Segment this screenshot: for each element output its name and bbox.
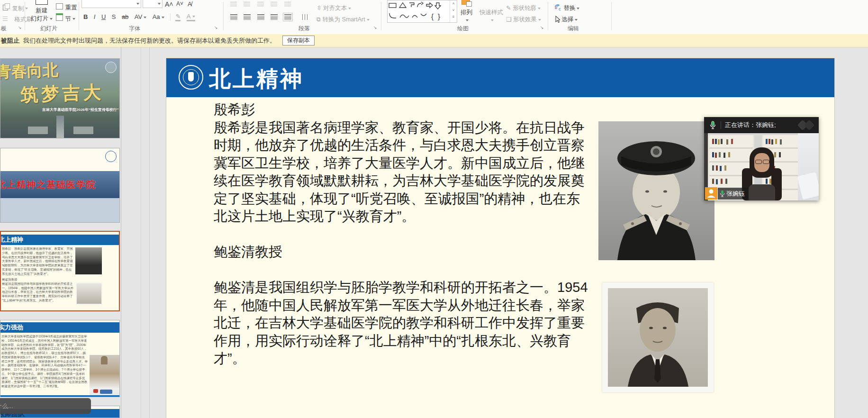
cursor-icon (554, 16, 560, 23)
chevron-down-icon (575, 19, 578, 21)
bold-button[interactable]: B (83, 13, 88, 20)
thumb3-header: 北上精神 (1, 236, 23, 243)
portrait-military (598, 121, 714, 260)
slide-thumbnail-2[interactable]: 北上精神之基础医学院 (0, 148, 120, 223)
jlu-logo-icon (105, 62, 117, 73)
font-group-label: 字体 (129, 25, 140, 33)
format-painter-icon (3, 17, 8, 21)
portrait-suit (608, 288, 708, 387)
chevron-down-icon (25, 8, 28, 9)
save-copy-button[interactable]: 保存副本 (282, 36, 315, 45)
thumb-photo-yin (75, 247, 102, 274)
new-slide-button[interactable]: 新建 幻灯片 (29, 0, 54, 23)
powerpoint-window: 复制 格式刷 板 ↘ 新建 幻灯片 重置 节 幻灯片 A˄ A˅ A̸ (0, 0, 868, 418)
slides-group-label: 幻灯片 (40, 25, 57, 33)
underline-button[interactable]: U (101, 13, 106, 20)
slide-thumbnail-1[interactable]: 青春向北 筑梦吉大 吉林大学基础医学院2026年“招生宣传母校行” (0, 58, 120, 138)
cover-title-line1: 青春向北 (0, 60, 59, 83)
section-icon (56, 15, 63, 21)
numbering-icon[interactable] (244, 2, 250, 7)
banner-prefix: 被阻止 (1, 36, 19, 45)
chevron-down-icon (466, 19, 469, 21)
slide-text-box[interactable]: 殷希彭 殷希彭是我国著名病理学家、教育家、开国少将。在抗日战争时期，他放弃了优越… (214, 101, 590, 368)
meeting-header: 正在讲话：张婉钰; (704, 117, 819, 133)
align-text-button[interactable]: ⇳ 对齐文本 (316, 4, 351, 12)
shapes-gallery[interactable]: { } ˄˅≡ (387, 0, 457, 23)
chevron-down-icon (192, 16, 195, 18)
slide-thumbnail-3-selected[interactable]: 北上精神 殷希彭 殷希彭是我国著名病理学家、教育家、开国少将。在抗日战争时期，他… (0, 231, 120, 311)
upload-blocked-banner: 被阻止 我们在处理此文件时出现问题，无法保存任何新的更改。请保存副本以避免丢失所… (0, 34, 868, 47)
thumb-photo-bao (76, 282, 102, 305)
decrease-indent-icon[interactable] (257, 2, 264, 7)
text-shadow-button[interactable]: S (112, 13, 116, 20)
align-right-button[interactable] (257, 14, 264, 20)
reset-button[interactable]: 重置 (56, 3, 77, 12)
align-left-button[interactable] (230, 14, 237, 20)
columns-button[interactable] (302, 14, 309, 20)
format-painter-button[interactable]: 格式刷 (3, 15, 32, 24)
increase-indent-icon[interactable] (271, 2, 277, 7)
chevron-down-icon (348, 8, 351, 9)
chevron-down-icon (158, 3, 161, 5)
highlight-color-button[interactable]: ✎ (175, 13, 181, 21)
shapes-icons: { } (388, 0, 448, 21)
quick-styles-button[interactable]: 快速样式 (479, 9, 503, 23)
distribute-button[interactable] (284, 14, 291, 20)
svg-text:b: b (555, 5, 557, 10)
jlu-logo-icon (105, 151, 117, 162)
arrange-button[interactable]: 排列 (461, 9, 472, 23)
ribbon: 复制 格式刷 板 ↘ 新建 幻灯片 重置 节 幻灯片 A˄ A˅ A̸ (0, 0, 868, 35)
tooltip: 什么... (0, 398, 91, 414)
clipboard-dialog-launcher[interactable]: ↘ (18, 25, 23, 30)
chevron-down-icon (162, 17, 164, 18)
shapes-gallery-scroll[interactable]: ˄˅≡ (450, 0, 457, 22)
meeting-overlay-window[interactable]: 正在讲话：张婉钰; (704, 117, 819, 200)
pane-splitter[interactable] (121, 47, 121, 418)
drawing-group-label: 绘图 (457, 25, 469, 33)
strikethrough-button[interactable]: ab (122, 13, 128, 20)
font-name-combo[interactable] (81, 0, 141, 8)
webcam-video[interactable]: 张婉钰 (704, 133, 819, 200)
thumb4-header: 实力强劲 (0, 324, 23, 331)
person2-name: 鲍鉴清教授 (214, 243, 590, 261)
select-button[interactable]: 选择 (554, 16, 578, 24)
line-spacing-icon[interactable] (284, 2, 291, 7)
character-spacing-button[interactable]: AV (135, 13, 146, 20)
shape-effects-button[interactable]: ❑ 形状效果 (506, 16, 541, 24)
svg-text:{: { (431, 12, 434, 20)
change-case-button[interactable]: Aa (153, 13, 164, 20)
font-size-combo[interactable] (143, 0, 163, 8)
shape-outline-button[interactable]: ✎ 形状轮廓 (506, 4, 541, 12)
convert-smartart-button[interactable]: ⧉ 转换为 SmartArt (316, 16, 370, 24)
section-button[interactable]: 节 (56, 14, 75, 23)
chevron-down-icon (367, 19, 370, 21)
clipboard-group-label: 板 (1, 25, 7, 33)
paragraph-dialog-launcher[interactable]: ↘ (373, 25, 379, 30)
font-dialog-launcher[interactable]: ↘ (214, 25, 219, 30)
drawing-dialog-launcher[interactable]: ↘ (540, 25, 545, 30)
speaking-status: 正在讲话：张婉钰; (725, 121, 776, 129)
bullets-icon[interactable] (230, 2, 237, 7)
clear-formatting-button[interactable]: A̸ (188, 0, 192, 8)
grow-font-button[interactable]: A˄ (165, 0, 173, 8)
chevron-down-icon (136, 3, 139, 5)
person1-bio: 殷希彭是我国著名病理学家、教育家、开国少将。在抗日战争时期，他放弃了优越的生活条… (214, 119, 590, 226)
italic-button[interactable]: I (94, 13, 96, 20)
participant-name-tag: 张婉钰 (718, 188, 748, 200)
slide-thumbnail-4[interactable]: 实力强劲 吉林大学基础医学院起源于1939年9月成立的晋察冀军区卫生学校，195… (0, 320, 120, 397)
paragraph-group-label: 段落 (298, 25, 310, 33)
chevron-down-icon (72, 18, 75, 20)
shrink-font-button[interactable]: A˅ (176, 0, 183, 7)
person1-name: 殷希彭 (214, 101, 590, 119)
photo-bao-jianqing[interactable] (602, 282, 714, 392)
jlu-logo-icon (179, 65, 203, 90)
align-center-button[interactable] (244, 14, 251, 20)
font-color-button[interactable]: A (187, 13, 195, 21)
justify-button[interactable] (271, 14, 278, 20)
photo-yin-xipeng[interactable] (598, 121, 714, 260)
chevron-down-icon (577, 8, 579, 9)
replace-icon: b c (554, 4, 562, 11)
slide-canvas[interactable]: 北上精神 殷希彭 殷希彭是我国著名病理学家、教育家、开国少将。在抗日战争时期，他… (166, 58, 835, 418)
svg-text:}: } (438, 12, 440, 20)
replace-button[interactable]: b c 替换 (554, 4, 579, 12)
